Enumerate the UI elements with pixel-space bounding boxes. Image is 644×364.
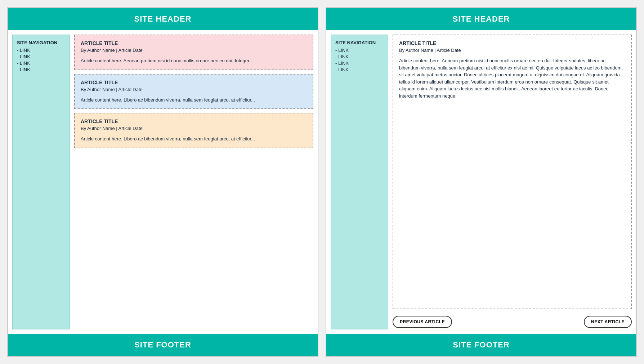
right-sidebar-link-3[interactable]: - LINK — [335, 60, 384, 66]
left-article-3-title: ARTICLE TITLE — [81, 118, 307, 124]
left-article-2-body: Article content here. Libero ac bibendum… — [81, 96, 307, 104]
left-article-3-byline: By Author Name | Article Date — [81, 126, 307, 131]
left-article-3-body: Article content here. Libero ac bibendum… — [81, 135, 307, 143]
left-sidebar-link-4[interactable]: - LINK — [17, 67, 65, 72]
right-article-column: ARTICLE TITLE By Author Name | Article D… — [393, 35, 632, 329]
right-article-body: Article content here. Aenean pretium nis… — [399, 57, 625, 99]
next-article-button[interactable]: NEXT ARTICLE — [584, 316, 632, 328]
left-article-card-1: ARTICLE TITLE By Author Name | Article D… — [74, 35, 313, 70]
left-article-2-title: ARTICLE TITLE — [81, 80, 307, 85]
left-article-1-byline: By Author Name | Article Date — [81, 48, 307, 53]
left-site-header: SITE HEADER — [8, 8, 318, 30]
right-sidebar-title: SITE NAVIGATION — [335, 40, 384, 45]
right-sidebar-link-4[interactable]: - LINK — [335, 67, 384, 72]
right-sidebar-link-2[interactable]: - LINK — [335, 54, 384, 59]
right-article-byline: By Author Name | Article Date — [399, 48, 625, 53]
left-articles-area: ARTICLE TITLE By Author Name | Article D… — [74, 35, 313, 329]
left-article-2-byline: By Author Name | Article Date — [81, 87, 307, 92]
right-sidebar: SITE NAVIGATION - LINK - LINK - LINK - L… — [331, 35, 388, 329]
left-sidebar-link-3[interactable]: - LINK — [17, 60, 65, 66]
left-panel: SITE HEADER SITE NAVIGATION - LINK - LIN… — [7, 7, 318, 357]
left-site-footer: SITE FOOTER — [8, 334, 318, 356]
right-article-card: ARTICLE TITLE By Author Name | Article D… — [393, 35, 632, 309]
right-article-title: ARTICLE TITLE — [399, 40, 625, 46]
left-main-content: SITE NAVIGATION - LINK - LINK - LINK - L… — [8, 30, 318, 334]
left-article-1-title: ARTICLE TITLE — [81, 40, 307, 46]
left-article-1-body: Article content here. Aenean pretium nis… — [81, 57, 307, 64]
right-sidebar-link-1[interactable]: - LINK — [335, 48, 384, 53]
previous-article-button[interactable]: PREVIOUS ARTICLE — [393, 316, 452, 328]
left-article-card-2: ARTICLE TITLE By Author Name | Article D… — [74, 74, 313, 109]
right-panel: SITE HEADER SITE NAVIGATION - LINK - LIN… — [326, 7, 637, 357]
right-site-header: SITE HEADER — [326, 8, 636, 30]
left-article-card-3: ARTICLE TITLE By Author Name | Article D… — [74, 113, 313, 148]
left-sidebar: SITE NAVIGATION - LINK - LINK - LINK - L… — [12, 35, 70, 329]
article-nav-row: PREVIOUS ARTICLE NEXT ARTICLE — [393, 312, 632, 329]
left-sidebar-link-2[interactable]: - LINK — [17, 54, 65, 59]
right-site-footer: SITE FOOTER — [326, 334, 636, 356]
left-sidebar-title: SITE NAVIGATION — [17, 40, 65, 45]
right-main-content: SITE NAVIGATION - LINK - LINK - LINK - L… — [326, 30, 636, 334]
left-sidebar-link-1[interactable]: - LINK — [17, 48, 65, 53]
